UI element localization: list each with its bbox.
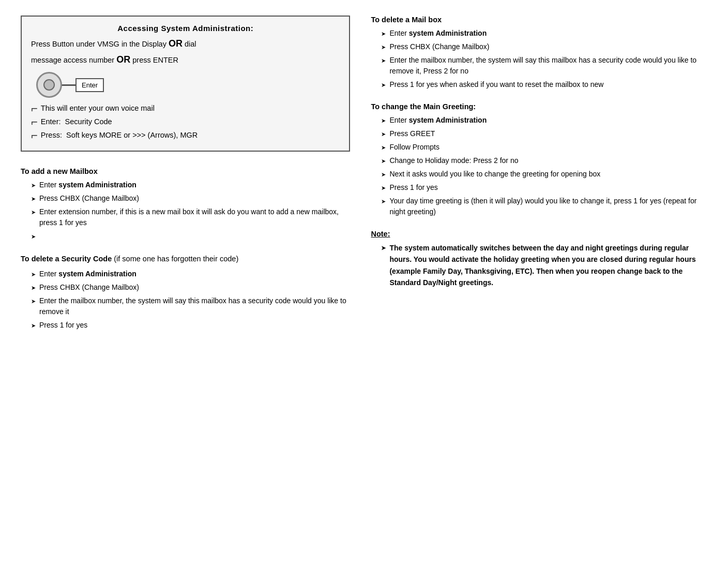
- access-line-2: message access number OR press ENTER: [31, 53, 340, 67]
- add-mailbox-bold-1: system Administration: [58, 181, 136, 189]
- access-line-1-post: dial: [183, 40, 196, 48]
- note-section: Note: The system automatically switches …: [371, 230, 707, 289]
- delete-security-bold-1: system Administration: [58, 270, 136, 278]
- access-line-2-pre: message access number: [31, 56, 116, 64]
- page-layout: Accessing System Administration: Press B…: [21, 16, 707, 343]
- add-mailbox-item-2: Press CHBX (Change Mailbox): [31, 193, 350, 204]
- note-heading: Note:: [371, 230, 707, 238]
- subline-2-value: Security Code: [65, 116, 112, 128]
- dial-line: [60, 84, 75, 86]
- change-greeting-heading: To change the Main Greeting:: [371, 102, 707, 111]
- subline-3-label: Press:: [41, 130, 62, 141]
- access-line-2-post: press ENTER: [130, 56, 178, 64]
- access-box-title: Accessing System Administration:: [31, 24, 340, 33]
- subline-2-label: Enter:: [41, 116, 61, 128]
- change-greeting-item-1: Enter system Administration: [381, 115, 707, 126]
- delete-mailbox-item-4: Press 1 for yes when asked if you want t…: [381, 79, 707, 90]
- change-greeting-section: To change the Main Greeting: Enter syste…: [371, 102, 707, 217]
- subline-3: ⌐ Press: Soft keys MORE or >>> (Arrows),…: [31, 130, 340, 141]
- dial-icon: [36, 72, 62, 98]
- access-or-2: OR: [116, 54, 130, 65]
- subline-1-text: This will enter your own voice mail: [41, 103, 155, 114]
- add-mailbox-item-4: [31, 231, 350, 241]
- delete-mailbox-section: To delete a Mail box Enter system Admini…: [371, 16, 707, 90]
- add-mailbox-text-3: Enter extension number, if this is a new…: [39, 206, 350, 228]
- note-content: The system automatically switches betwee…: [371, 242, 707, 289]
- change-greeting-item-2: Press GREET: [381, 128, 707, 139]
- delete-mailbox-heading: To delete a Mail box: [371, 16, 707, 24]
- bracket-2: ⌐: [31, 116, 38, 128]
- delete-security-list: Enter system Administration Press CHBX (…: [21, 269, 350, 331]
- change-greeting-item-4: Change to Holiday mode: Press 2 for no: [381, 155, 707, 166]
- access-box: Accessing System Administration: Press B…: [21, 16, 350, 152]
- bracket-3: ⌐: [31, 130, 38, 141]
- subline-2: ⌐ Enter: Security Code: [31, 116, 340, 128]
- access-or-1: OR: [169, 38, 183, 49]
- change-greeting-item-5: Next it asks would you like to change th…: [381, 169, 707, 180]
- add-mailbox-list: Enter system Administration Press CHBX (…: [21, 180, 350, 241]
- subline-1: ⌐ This will enter your own voice mail: [31, 103, 340, 114]
- delete-security-item-2: Press CHBX (Change Mailbox): [31, 282, 350, 293]
- enter-button[interactable]: Enter: [75, 78, 104, 92]
- change-greeting-bold-1: system Administration: [409, 116, 487, 124]
- subline-3-value: Soft keys MORE or >>> (Arrows), MGR: [66, 130, 198, 141]
- change-greeting-item-7: Your day time greeting is (then it will …: [381, 196, 707, 217]
- delete-mailbox-list: Enter system Administration Press CHBX (…: [371, 28, 707, 90]
- change-greeting-item-3: Follow Prompts: [381, 142, 707, 153]
- delete-security-heading-pre: To delete a Security Code: [21, 255, 112, 263]
- delete-security-heading: To delete a Security Code (if some one h…: [21, 254, 350, 265]
- delete-security-section: To delete a Security Code (if some one h…: [21, 254, 350, 331]
- bracket-1: ⌐: [31, 103, 38, 114]
- left-column: Accessing System Administration: Press B…: [21, 16, 350, 343]
- change-greeting-item-6: Press 1 for yes: [381, 182, 707, 193]
- add-mailbox-item-1: Enter system Administration: [31, 180, 350, 190]
- delete-mailbox-bold-1: system Administration: [409, 29, 487, 37]
- enter-diagram: Enter: [36, 72, 340, 98]
- delete-mailbox-item-1: Enter system Administration: [381, 28, 707, 39]
- right-column: To delete a Mail box Enter system Admini…: [371, 16, 707, 343]
- add-mailbox-heading: To add a new Mailbox: [21, 167, 350, 175]
- add-mailbox-section: To add a new Mailbox Enter system Admini…: [21, 167, 350, 241]
- access-line-1-pre: Press Button under VMSG in the Display: [31, 40, 169, 48]
- delete-security-item-3: Enter the mailbox number, the system wil…: [31, 295, 350, 317]
- delete-security-item-1: Enter system Administration: [31, 269, 350, 279]
- delete-security-heading-italic: (if some one has forgotten their code): [112, 255, 238, 263]
- access-line-1: Press Button under VMSG in the Display O…: [31, 37, 340, 51]
- delete-mailbox-item-2: Press CHBX (Change Mailbox): [381, 41, 707, 52]
- access-sublines: ⌐ This will enter your own voice mail ⌐ …: [31, 103, 340, 141]
- delete-security-item-4: Press 1 for yes: [31, 320, 350, 331]
- add-mailbox-item-3: Enter extension number, if this is a new…: [31, 206, 350, 228]
- change-greeting-list: Enter system Administration Press GREET …: [371, 115, 707, 217]
- delete-mailbox-item-3: Enter the mailbox number, the system wil…: [381, 55, 707, 77]
- add-mailbox-text-2: Press CHBX (Change Mailbox): [39, 193, 139, 204]
- dial-inner: [43, 79, 55, 91]
